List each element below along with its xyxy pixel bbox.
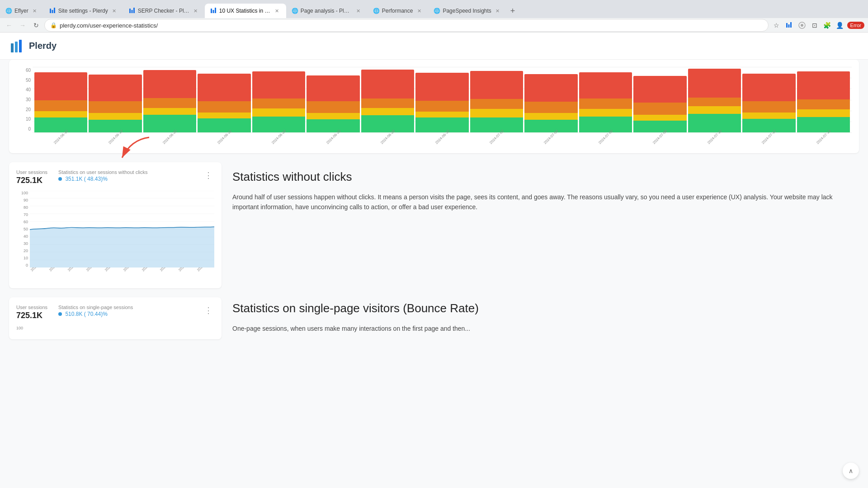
page-content: Plerdy 0 10 20 30 40 50 60 (0, 33, 868, 488)
area-svg (30, 191, 214, 267)
bookmark-icon[interactable]: ☆ (771, 20, 782, 31)
x-label-3: 2024-06-20 (143, 132, 196, 146)
statistics-label: Statistics on user sessions without clic… (58, 169, 147, 175)
address-bar[interactable]: 🔒 plerdy.com/user-experience-statistics/ (44, 19, 769, 32)
chart-menu-1[interactable]: ⋮ (203, 169, 214, 181)
plerdy-logo[interactable]: Plerdy (11, 40, 57, 52)
user-sessions-group: User sessions 725.1K (16, 169, 47, 185)
bar-group-5 (252, 71, 305, 132)
x-label-15: 2024-07-14 (797, 132, 850, 146)
bar-group-15 (797, 71, 850, 132)
svg-rect-2 (54, 8, 55, 13)
cast-icon[interactable]: ⊡ (809, 20, 820, 31)
tab-eflyer[interactable]: 🌐 Eflyer ✕ (0, 4, 44, 18)
x-label-1: 2024-06-16 (34, 132, 87, 146)
area-x-label-10: 2024-07-04 (196, 267, 214, 277)
stat-dot (58, 177, 62, 181)
forward-button[interactable]: → (17, 20, 28, 31)
back-button[interactable]: ← (4, 20, 14, 31)
svg-rect-3 (129, 9, 131, 13)
scroll-to-top-button[interactable]: ∧ (843, 463, 859, 479)
tab-close-site-settings[interactable]: ✕ (111, 8, 118, 14)
tab-performance[interactable]: 🌐 Performance ✕ (368, 4, 429, 18)
chart-menu-2[interactable]: ⋮ (203, 305, 214, 316)
bar-group-10 (524, 74, 577, 132)
bar-group-8 (415, 73, 468, 132)
section1-layout: User sessions 725.1K Statistics on user … (9, 162, 859, 288)
plerdy-header: Plerdy (0, 33, 868, 60)
statistics-label-2: Statistics on single-page sessions (58, 305, 133, 310)
y-label-20: 20 (16, 107, 33, 112)
tab-icon-eflyer: 🌐 (5, 8, 12, 14)
section2-layout: User sessions 725.1K Statistics on singl… (9, 297, 859, 339)
x-label-2: 2024-06-18 (89, 132, 142, 146)
svg-rect-11 (790, 22, 792, 28)
bar-group-14 (742, 74, 795, 133)
lock-icon: 🔒 (50, 22, 57, 28)
scroll-top-icon: ∧ (849, 467, 853, 474)
tab-pagespeed[interactable]: 🌐 PageSpeed Insights ✕ (428, 4, 506, 18)
chart-card-section2: User sessions 725.1K Statistics on singl… (9, 297, 222, 339)
bar-group-9 (470, 71, 523, 132)
stat-dot-2 (58, 312, 62, 316)
svg-rect-9 (786, 23, 788, 28)
chart-card-stats-1: User sessions 725.1K Statistics on user … (16, 169, 148, 185)
section2-heading: Statistics on single-page visitors (Boun… (232, 297, 859, 316)
tab-close-eflyer[interactable]: ✕ (31, 8, 38, 14)
tab-serp-checker[interactable]: SERP Checker - Plerdy ✕ (123, 4, 205, 18)
x-label-11: 2024-07-06 (579, 132, 632, 146)
error-badge[interactable]: Error (847, 22, 864, 29)
chart-card-stats-2: User sessions 725.1K Statistics on singl… (16, 305, 133, 320)
tab-title-site-settings: Site settings - Plerdy (58, 8, 108, 14)
plerdy-extension-icon[interactable] (784, 20, 795, 31)
plerdy-logo-icon (11, 40, 25, 52)
tab-icon-pagespeed: 🌐 (434, 8, 440, 14)
chart-card-header-1: User sessions 725.1K Statistics on user … (16, 169, 214, 185)
new-tab-button[interactable]: + (507, 4, 519, 18)
tab-close-performance[interactable]: ✕ (415, 8, 423, 14)
x-label-14: 2024-07-12 (742, 132, 795, 146)
x-label-9: 2024-07-02 (470, 132, 523, 146)
bar-group-1 (34, 72, 87, 132)
chart-card-section1: User sessions 725.1K Statistics on user … (9, 162, 222, 288)
x-label-8: 2024-06-30 (415, 132, 468, 146)
tab-site-settings[interactable]: Site settings - Plerdy ✕ (44, 4, 123, 18)
tab-close-serp[interactable]: ✕ (192, 8, 199, 14)
svg-rect-4 (131, 10, 132, 13)
top-chart-section: 0 10 20 30 40 50 60 (9, 60, 859, 153)
bars-container (33, 67, 852, 132)
tab-ux-statistics[interactable]: 10 UX Statistics in 2024 – Pi... ✕ (205, 4, 286, 18)
bar-group-12 (633, 76, 686, 132)
x-label-6: 2024-06-26 (307, 132, 359, 146)
statistics-value-2: 510.8K ( 70.44)% (58, 311, 133, 317)
bar-group-7 (361, 70, 414, 132)
reload-button[interactable]: ↻ (31, 20, 42, 31)
plerdy-logo-text: Plerdy (29, 41, 57, 51)
address-bar-row: ← → ↻ 🔒 plerdy.com/user-experience-stati… (0, 18, 868, 33)
area-fill (30, 227, 214, 267)
svg-rect-17 (11, 43, 14, 52)
tab-close-page-analysis[interactable]: ✕ (355, 8, 362, 14)
bar-group-13 (688, 69, 741, 132)
statistics-value: 351.1K ( 48.43)% (58, 176, 147, 182)
tab-title-ux: 10 UX Statistics in 2024 – Pi... (219, 8, 271, 14)
bar-group-4 (198, 74, 250, 133)
y-label-0: 0 (16, 127, 33, 131)
user-sessions-value: 725.1K (16, 176, 47, 185)
bar-group-6 (307, 75, 359, 132)
extension-icon[interactable]: 🧩 (822, 20, 833, 31)
tab-title-serp: SERP Checker - Plerdy (138, 8, 189, 14)
y-axis: 0 10 20 30 40 50 60 (16, 67, 33, 132)
tab-close-pagespeed[interactable]: ✕ (494, 8, 501, 14)
x-label-13: 2024-07-10 (688, 132, 741, 146)
tab-icon-performance: 🌐 (373, 8, 379, 14)
y-label-top: 100 (16, 326, 214, 330)
section1-text: Around half of user sessions happen with… (232, 192, 859, 212)
tab-close-ux[interactable]: ✕ (274, 8, 281, 14)
chrome-icon[interactable] (797, 20, 807, 31)
bar-chart-container: 0 10 20 30 40 50 60 (16, 67, 852, 146)
x-label-5: 2024-06-24 (252, 132, 305, 146)
profile-icon[interactable]: 👤 (835, 20, 845, 31)
x-axis: 2024-06-16 2024-06-18 2024-06-20 2024-06… (33, 132, 852, 146)
tab-page-analysis[interactable]: 🌐 Page analysis - Plerdy ✕ (286, 4, 368, 18)
